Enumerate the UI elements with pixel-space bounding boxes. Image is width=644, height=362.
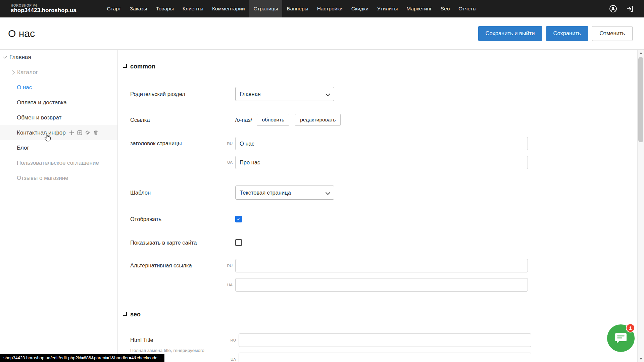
sidebar-item-payment-delivery[interactable]: Оплата и доставка xyxy=(0,95,117,110)
chat-unread-badge: 1 xyxy=(626,323,635,332)
sidebar-item-label: Обмен и возврат xyxy=(17,114,61,121)
html-title-ua-input[interactable] xyxy=(239,353,531,362)
sidebar-item-blog[interactable]: Блог xyxy=(0,140,117,155)
lang-tag-ru: RU xyxy=(224,264,233,268)
triangle-up-icon xyxy=(640,52,642,54)
page-title-ua-line: UA xyxy=(224,156,528,169)
sidebar-item-label: Главная xyxy=(9,54,31,61)
lang-tag-ua: UA xyxy=(224,283,233,287)
lang-tag-ru: RU xyxy=(228,338,236,342)
page-title-label: заголовок страницы xyxy=(130,137,224,147)
scrollbar-thumb[interactable] xyxy=(638,57,643,142)
html-title-ua-line: UA xyxy=(228,353,531,362)
save-button[interactable]: Сохранить xyxy=(546,26,588,41)
refresh-link-button[interactable]: обновить xyxy=(257,114,289,126)
delete-trash-icon[interactable] xyxy=(93,130,98,135)
lang-tag-ru: RU xyxy=(224,142,233,146)
html-title-ru-input[interactable] xyxy=(239,333,531,347)
tree-item-actions xyxy=(69,130,98,135)
page-title-inputs: RU UA xyxy=(224,137,528,169)
sidebar-item-user-agreement[interactable]: Пользовательское соглашение xyxy=(0,155,117,170)
triangle-down-icon xyxy=(640,358,642,360)
template-select[interactable]: Текстовая страница xyxy=(235,186,334,200)
sidebar-item-about[interactable]: О нас xyxy=(0,80,117,95)
sidebar-item-exchange-return[interactable]: Обмен и возврат xyxy=(0,110,117,125)
nav-item-seo[interactable]: Seo xyxy=(436,0,454,17)
chat-bubble-icon xyxy=(614,332,627,344)
link-row: Ссылка /o-nas/ обновить редактировать xyxy=(130,114,638,126)
vertical-scrollbar[interactable] xyxy=(637,50,644,362)
nav-item-utilities[interactable]: Утилиты xyxy=(373,0,402,17)
nav-item-discounts[interactable]: Скидки xyxy=(347,0,373,17)
sidebar-item-label: Контактная инфор xyxy=(17,130,66,136)
sidebar-item-label: О нас xyxy=(17,84,32,91)
sidebar-item-label: Отзывы о магазине xyxy=(17,175,68,182)
sidebar-item-catalog[interactable]: Каталог xyxy=(0,65,117,80)
nav-item-pages[interactable]: Страницы xyxy=(249,0,283,17)
nav-item-settings[interactable]: Настройки xyxy=(313,0,347,17)
topbar-right-icons xyxy=(609,5,634,13)
display-row: Отображать ✓ xyxy=(130,216,638,222)
page-title-ru-input[interactable] xyxy=(235,137,528,150)
header-actions: Сохранить и выйти Сохранить Отменить xyxy=(478,26,633,41)
display-checkbox[interactable]: ✓ xyxy=(235,216,242,222)
chevron-down-icon xyxy=(326,190,330,195)
template-label: Шаблон xyxy=(130,190,235,196)
brand-logo[interactable]: HOROSHOP V4 shop34423.horoshop.ua xyxy=(11,4,77,14)
sidebar-item-contact-info[interactable]: Контактная инфор xyxy=(0,125,117,140)
section-seo-toggle[interactable]: seo xyxy=(123,311,638,318)
nav-item-reports[interactable]: Отчеты xyxy=(454,0,481,17)
chevron-right-icon[interactable] xyxy=(10,70,15,74)
nav-item-products[interactable]: Товары xyxy=(151,0,178,17)
lang-tag-ua: UA xyxy=(224,160,233,164)
page-title: О нас xyxy=(8,28,35,39)
alt-link-ru-input[interactable] xyxy=(235,259,528,272)
display-label: Отображать xyxy=(130,216,235,222)
parent-section-select[interactable]: Главная xyxy=(235,87,334,101)
nav-item-orders[interactable]: Заказы xyxy=(126,0,152,17)
sitemap-row: Показывать в карте сайта xyxy=(130,239,638,246)
user-account-icon[interactable] xyxy=(609,5,617,13)
page-edit-form: common Родительский раздел Главная Ссылк… xyxy=(118,50,638,362)
sidebar-item-label: Каталог xyxy=(17,69,38,76)
template-value: Текстовая страница xyxy=(240,190,291,196)
link-value: /o-nas/ xyxy=(235,117,252,123)
cancel-button[interactable]: Отменить xyxy=(592,26,633,41)
sidebar-item-label: Блог xyxy=(17,145,29,151)
chat-widget-button[interactable]: 1 xyxy=(607,324,635,352)
nav-item-start[interactable]: Старт xyxy=(103,0,126,17)
nav-item-comments[interactable]: Комментарии xyxy=(208,0,249,17)
html-title-hint: Полная замена title, генерируемого xyxy=(130,348,228,353)
logout-icon[interactable] xyxy=(626,5,634,13)
section-common-title: common xyxy=(130,63,155,70)
page-title-ua-input[interactable] xyxy=(235,156,528,169)
nav-item-banners[interactable]: Баннеры xyxy=(282,0,312,17)
section-seo-title: seo xyxy=(130,311,141,318)
parent-section-label: Родительский раздел xyxy=(130,91,235,97)
scroll-down-arrow[interactable] xyxy=(638,356,644,362)
alt-link-row: Альтернативная ссылка RU UA xyxy=(130,259,638,292)
sidebar-item-home[interactable]: Главная xyxy=(0,50,117,65)
alt-link-ua-input[interactable] xyxy=(235,278,528,292)
sidebar-item-label: Оплата и доставка xyxy=(17,99,67,106)
alt-link-ua-line: UA xyxy=(224,278,528,292)
nav-item-clients[interactable]: Клиенты xyxy=(178,0,208,17)
lang-tag-ua: UA xyxy=(228,357,236,361)
sitemap-checkbox[interactable] xyxy=(235,239,242,246)
chevron-down-icon[interactable] xyxy=(3,54,7,59)
brand-domain: shop34423.horoshop.ua xyxy=(11,7,77,14)
add-page-icon[interactable] xyxy=(77,130,82,135)
parent-section-value: Главная xyxy=(240,91,261,97)
settings-gear-icon[interactable] xyxy=(85,130,90,135)
status-url-preview: shop34423.horoshop.ua/edit/edit.php?id=6… xyxy=(0,354,164,362)
save-and-exit-button[interactable]: Сохранить и выйти xyxy=(478,26,542,41)
scroll-up-arrow[interactable] xyxy=(638,50,644,56)
edit-link-button[interactable]: редактировать xyxy=(295,114,341,126)
sidebar-item-store-reviews[interactable]: Отзывы о магазине xyxy=(0,170,117,186)
pages-tree-sidebar: Главная Каталог О нас Оплата и доставка … xyxy=(0,50,118,362)
horoshop-admin-app: HOROSHOP V4 shop34423.horoshop.ua Старт … xyxy=(0,0,644,362)
nav-item-marketing[interactable]: Маркетинг xyxy=(402,0,436,17)
move-icon[interactable] xyxy=(69,130,74,135)
parent-section-row: Родительский раздел Главная xyxy=(130,87,638,101)
section-common-toggle[interactable]: common xyxy=(123,63,638,70)
